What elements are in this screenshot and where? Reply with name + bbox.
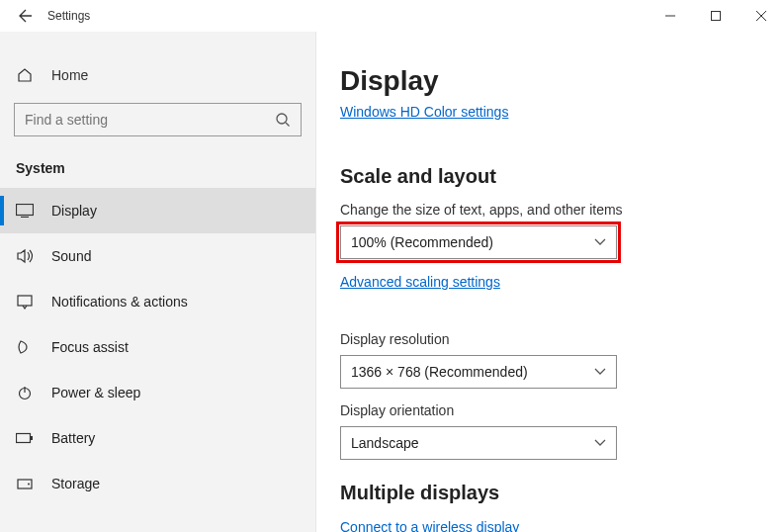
sidebar-item-label: Storage [51, 476, 100, 491]
sidebar-item-label: Notifications & actions [51, 294, 188, 310]
sidebar-item-label: Focus assist [51, 339, 129, 355]
wireless-display-link[interactable]: Connect to a wireless display [340, 519, 519, 532]
chevron-down-icon [594, 368, 606, 376]
svg-point-1 [277, 114, 287, 124]
maximize-icon [711, 11, 721, 21]
sidebar-item-label: Battery [51, 430, 95, 446]
window-title: Settings [47, 9, 90, 23]
search-input[interactable] [25, 112, 275, 128]
minimize-icon [665, 11, 675, 21]
orientation-value: Landscape [351, 435, 419, 451]
svg-rect-5 [17, 434, 31, 443]
chevron-down-icon [594, 238, 606, 246]
orientation-label: Display orientation [340, 402, 760, 418]
arrow-left-icon [18, 8, 34, 24]
sidebar-item-notifications[interactable]: Notifications & actions [0, 279, 315, 324]
close-button[interactable] [739, 0, 784, 32]
sidebar-nav-list: Display Sound Notifications & actions Fo… [0, 188, 315, 532]
sidebar-item-label: Power & sleep [51, 385, 140, 400]
sidebar-item-power-sleep[interactable]: Power & sleep [0, 370, 315, 415]
sidebar-home-label: Home [51, 67, 88, 83]
resolution-value: 1366 × 768 (Recommended) [351, 364, 528, 380]
close-icon [756, 11, 766, 21]
display-icon [16, 204, 34, 218]
sidebar-item-focus-assist[interactable]: Focus assist [0, 324, 315, 370]
sidebar-item-battery[interactable]: Battery [0, 415, 315, 461]
svg-rect-3 [18, 296, 32, 306]
minimize-button[interactable] [648, 0, 693, 32]
home-icon [16, 67, 34, 83]
scale-label: Change the size of text, apps, and other… [340, 202, 760, 218]
page-title: Display [340, 65, 760, 97]
section-scale-header: Scale and layout [340, 165, 760, 188]
sidebar-item-storage[interactable]: Storage [0, 461, 315, 506]
sidebar: Home System Display Sound [0, 32, 316, 532]
battery-icon [16, 432, 34, 444]
search-box[interactable] [14, 103, 302, 136]
notifications-icon [16, 294, 34, 310]
advanced-scaling-link[interactable]: Advanced scaling settings [340, 274, 500, 290]
power-icon [16, 385, 34, 400]
focus-assist-icon [16, 339, 34, 355]
sidebar-home[interactable]: Home [0, 59, 315, 91]
back-button[interactable] [12, 8, 40, 24]
scale-dropdown[interactable]: 100% (Recommended) [340, 225, 617, 259]
sidebar-category-header: System [0, 154, 315, 188]
storage-icon [16, 476, 34, 491]
hd-color-link[interactable]: Windows HD Color settings [340, 104, 508, 120]
sound-icon [16, 248, 34, 264]
orientation-dropdown[interactable]: Landscape [340, 426, 617, 460]
svg-rect-0 [712, 11, 721, 20]
titlebar: Settings [0, 0, 784, 32]
svg-rect-2 [17, 205, 34, 216]
window-controls [648, 0, 784, 32]
scale-value: 100% (Recommended) [351, 234, 493, 250]
sidebar-item-label: Sound [51, 248, 91, 264]
sidebar-item-sound[interactable]: Sound [0, 233, 315, 279]
main-content: Display Windows HD Color settings Scale … [316, 32, 784, 532]
search-icon [275, 112, 291, 128]
section-multi-header: Multiple displays [340, 482, 760, 504]
sidebar-item-display[interactable]: Display [0, 188, 315, 233]
chevron-down-icon [594, 439, 606, 447]
sidebar-item-label: Display [51, 203, 97, 219]
resolution-dropdown[interactable]: 1366 × 768 (Recommended) [340, 355, 617, 389]
svg-point-8 [28, 484, 30, 486]
resolution-label: Display resolution [340, 331, 760, 347]
maximize-button[interactable] [693, 0, 739, 32]
svg-rect-6 [31, 436, 33, 440]
